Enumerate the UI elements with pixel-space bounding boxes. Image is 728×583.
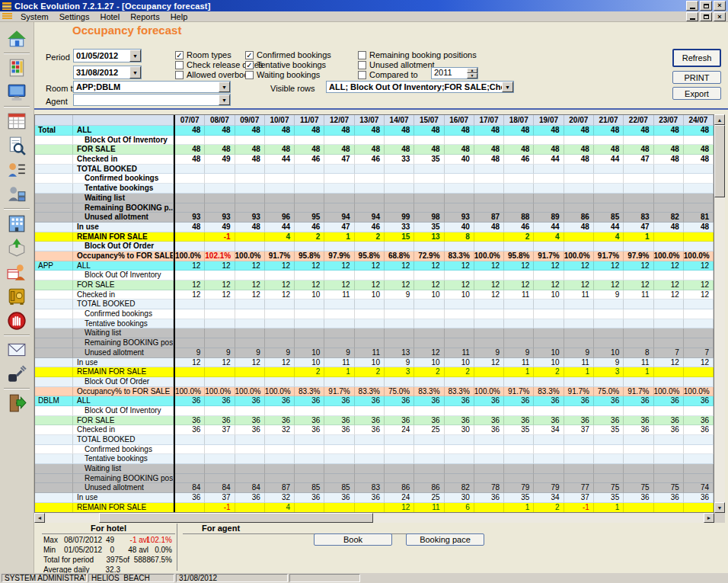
grid-cell[interactable]: [504, 319, 534, 329]
grid-cell[interactable]: [205, 474, 235, 484]
grid-cell[interactable]: 48: [414, 126, 444, 136]
grid-cell[interactable]: [235, 338, 265, 348]
grid-cell[interactable]: 48: [684, 155, 714, 165]
grid-cell[interactable]: [534, 435, 564, 445]
grid-cell[interactable]: [504, 309, 534, 319]
grid-cell[interactable]: [684, 328, 714, 338]
grid-cell[interactable]: [385, 435, 414, 445]
grid-cell[interactable]: 79: [504, 483, 534, 493]
grid-cell[interactable]: 98: [414, 213, 444, 223]
grid-cell[interactable]: 11: [624, 358, 653, 368]
grid-cell[interactable]: [624, 194, 653, 203]
grid-cell[interactable]: [175, 271, 205, 280]
grid-cell[interactable]: [564, 406, 594, 416]
date-column-header[interactable]: 10/07: [265, 115, 295, 126]
grid-cell[interactable]: [205, 136, 235, 146]
grid-cell[interactable]: 12: [295, 261, 324, 271]
grid-cell[interactable]: 48: [624, 126, 653, 136]
grid-cell[interactable]: [205, 367, 235, 377]
grid-cell[interactable]: 36: [414, 396, 444, 406]
grid-cell[interactable]: 95.8%: [355, 251, 385, 261]
grid-cell[interactable]: 48: [564, 126, 594, 136]
stop-hand-icon[interactable]: [5, 309, 28, 332]
grid-cell[interactable]: 93: [235, 213, 265, 223]
grid-cell[interactable]: [265, 271, 295, 280]
monitor-icon[interactable]: [5, 81, 28, 104]
grid-cell[interactable]: 1: [624, 232, 653, 242]
grid-cell[interactable]: [265, 367, 295, 377]
grid-row[interactable]: Checked in121212121011109101012111011911…: [35, 290, 714, 300]
grid-cell[interactable]: [175, 435, 205, 445]
grid-cell[interactable]: [564, 377, 594, 387]
group-cell[interactable]: [35, 483, 73, 493]
grid-cell[interactable]: 34: [534, 425, 564, 435]
grid-cell[interactable]: [355, 328, 385, 338]
grid-cell[interactable]: 10: [414, 290, 444, 300]
grid-cell[interactable]: 12: [324, 261, 354, 271]
grid-cell[interactable]: 75: [654, 483, 684, 493]
grid-cell[interactable]: [235, 474, 265, 484]
grid-row[interactable]: Waiting list: [35, 328, 714, 338]
grid-cell[interactable]: 10: [534, 290, 564, 300]
grid-cell[interactable]: [414, 338, 444, 348]
grid-cell[interactable]: [295, 271, 324, 280]
grid-cell[interactable]: 1: [594, 503, 624, 513]
grid-cell[interactable]: [445, 338, 474, 348]
grid-cell[interactable]: [624, 328, 653, 338]
grid-cell[interactable]: 83.3%: [445, 387, 474, 397]
grid-cell[interactable]: [235, 242, 265, 251]
grid-cell[interactable]: 100.0%: [175, 251, 205, 261]
grid-cell[interactable]: [654, 377, 684, 387]
grid-cell[interactable]: 48: [654, 145, 684, 155]
grid-cell[interactable]: 10: [295, 358, 324, 368]
grid-cell[interactable]: 95.8%: [295, 251, 324, 261]
grid-cell[interactable]: 36: [564, 416, 594, 426]
grid-cell[interactable]: 12: [385, 261, 414, 271]
grid-cell[interactable]: [355, 242, 385, 251]
grid-cell[interactable]: 74: [684, 483, 714, 493]
row-label-cell[interactable]: Block Out Of Inventory: [73, 406, 174, 416]
grid-cell[interactable]: 88: [504, 213, 534, 223]
compared-to-year-spinner[interactable]: 2011 ▲▼: [431, 67, 478, 79]
grid-cell[interactable]: [73, 115, 174, 126]
grid-cell[interactable]: 44: [265, 155, 295, 165]
grid-cell[interactable]: [324, 203, 354, 213]
date-column-header[interactable]: 13/07: [355, 115, 385, 126]
group-cell[interactable]: [35, 454, 73, 464]
grid-cell[interactable]: [594, 474, 624, 484]
grid-cell[interactable]: 36: [295, 416, 324, 426]
grid-cell[interactable]: 102.1%: [205, 251, 235, 261]
grid-cell[interactable]: 12: [474, 280, 504, 290]
grid-cell[interactable]: [355, 194, 385, 203]
grid-cell[interactable]: [654, 184, 684, 194]
grid-cell[interactable]: [175, 464, 205, 474]
grid-cell[interactable]: 10: [534, 348, 564, 358]
mdi-minimize-button[interactable]: [686, 12, 698, 21]
grid-cell[interactable]: 48: [265, 145, 295, 155]
grid-cell[interactable]: [534, 194, 564, 203]
grid-cell[interactable]: 36: [445, 416, 474, 426]
grid-cell[interactable]: 12: [175, 290, 205, 300]
grid-row[interactable]: Remaining BOOKING positions: [35, 474, 714, 484]
grid-cell[interactable]: [355, 184, 385, 194]
grid-row[interactable]: Block Out Of Order: [35, 377, 714, 387]
grid-cell[interactable]: [504, 242, 534, 251]
grid-cell[interactable]: [385, 454, 414, 464]
grid-cell[interactable]: 2: [504, 232, 534, 242]
exit-door-icon[interactable]: [5, 392, 28, 415]
grid-cell[interactable]: [684, 309, 714, 319]
grid-cell[interactable]: 9: [265, 348, 295, 358]
grid-cell[interactable]: [624, 319, 653, 329]
grid-row[interactable]: Block Out Of Inventory: [35, 136, 714, 146]
grid-cell[interactable]: [385, 474, 414, 484]
grid-cell[interactable]: [594, 165, 624, 175]
date-column-header[interactable]: 18/07: [504, 115, 534, 126]
grid-cell[interactable]: 77: [564, 483, 594, 493]
grid-cell[interactable]: 48: [474, 145, 504, 155]
grid-cell[interactable]: [564, 435, 594, 445]
grid-cell[interactable]: [445, 377, 474, 387]
grid-row[interactable]: In use4849484446474633354048464448444748…: [35, 223, 714, 232]
grid-cell[interactable]: [205, 309, 235, 319]
grid-cell[interactable]: [445, 474, 474, 484]
grid-cell[interactable]: [205, 338, 235, 348]
